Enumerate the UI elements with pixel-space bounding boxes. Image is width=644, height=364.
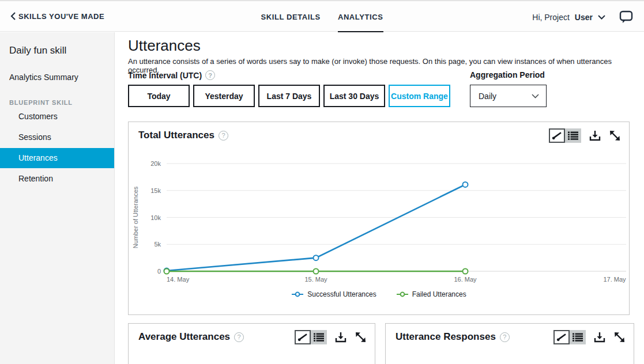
utterance-responses-toolbar: [553, 330, 626, 344]
total-utterances-title: Total Utterances: [138, 130, 214, 141]
chevron-left-icon: [10, 12, 16, 20]
svg-text:14. May: 14. May: [167, 276, 190, 283]
back-link-label: SKILLS YOU'VE MADE: [18, 12, 104, 21]
back-to-skills-link[interactable]: SKILLS YOU'VE MADE: [10, 12, 104, 21]
user-menu-chevron-down-icon[interactable]: [598, 15, 605, 20]
aggregation-period-select[interactable]: Daily: [470, 85, 547, 107]
sidebar-item-customers[interactable]: Customers: [0, 107, 114, 127]
time-interval-yesterday-button[interactable]: Yesterday: [193, 85, 255, 107]
table-icon: [568, 131, 578, 140]
time-interval-last7-button[interactable]: Last 7 Days: [258, 85, 320, 107]
total-utterances-help-icon[interactable]: ?: [219, 131, 228, 141]
download-icon: [335, 332, 347, 343]
download-button[interactable]: [335, 332, 347, 343]
table-icon: [573, 333, 583, 342]
expand-button[interactable]: [355, 331, 367, 343]
legend-item[interactable]: Successful Utterances: [291, 290, 376, 298]
aggregation-period-value: Daily: [479, 92, 496, 101]
legend-item[interactable]: Failed Utterances: [396, 290, 466, 298]
line-chart-icon: [556, 333, 567, 342]
sidebar-item-retention[interactable]: Retention: [0, 169, 114, 189]
average-utterances-toolbar: [295, 330, 367, 344]
expand-diagonal-arrow-icon: [613, 331, 626, 343]
line-chart-icon: [552, 131, 562, 140]
svg-text:16. May: 16. May: [454, 276, 477, 283]
line-chart-view-button[interactable]: [549, 128, 565, 143]
time-interval-today-button[interactable]: Today: [128, 85, 190, 107]
utterance-responses-help-icon[interactable]: ?: [500, 332, 510, 342]
download-button[interactable]: [594, 332, 605, 343]
time-interval-buttons: Today Yesterday Last 7 Days Last 30 Days…: [128, 85, 450, 107]
average-utterances-title: Average Utterances: [138, 331, 230, 343]
svg-text:15k: 15k: [150, 187, 161, 194]
legend-marker-icon: [396, 291, 409, 297]
user-area: Hi, Project User: [532, 1, 634, 33]
sidebar-item-sessions[interactable]: Sessions: [0, 127, 114, 147]
sidebar-item-utterances[interactable]: Utterances: [0, 148, 114, 168]
page-title: Utterances: [128, 37, 201, 55]
time-interval-help-icon[interactable]: ?: [205, 70, 215, 80]
main-content: Utterances An utterance consists of a se…: [115, 32, 644, 364]
svg-text:5k: 5k: [154, 241, 161, 248]
legend-label: Failed Utterances: [412, 290, 466, 298]
time-interval-custom-range-button[interactable]: Custom Range: [389, 85, 450, 107]
chart-legend: Successful UtterancesFailed Utterances: [129, 290, 629, 298]
chart-table-toggle: [553, 330, 586, 344]
user-greeting: Hi, Project: [532, 13, 570, 22]
svg-text:0: 0: [157, 268, 161, 275]
sidebar: Daily fun skill Analytics Summary BLUEPR…: [0, 32, 115, 364]
select-chevron-down-icon: [532, 94, 539, 98]
table-icon: [314, 333, 324, 342]
expand-button[interactable]: [613, 331, 626, 343]
utterance-responses-card: Utterance Responses ?: [385, 323, 634, 364]
sidebar-item-analytics-summary[interactable]: Analytics Summary: [0, 56, 114, 82]
legend-marker-icon: [291, 291, 304, 297]
table-view-button[interactable]: [570, 330, 586, 344]
download-icon: [594, 332, 605, 343]
line-chart-icon: [297, 333, 308, 342]
feedback-chat-icon[interactable]: [619, 10, 634, 24]
total-utterances-toolbar: [549, 128, 621, 143]
top-bar: SKILLS YOU'VE MADE SKILL DETAILS ANALYTI…: [0, 0, 644, 32]
time-interval-label-row: Time Interval (UTC) ?: [128, 70, 215, 80]
line-chart-view-button[interactable]: [295, 330, 311, 344]
chart-table-toggle: [295, 330, 327, 344]
expand-diagonal-arrow-icon: [609, 130, 621, 142]
total-utterances-card-header: Total Utterances ?: [138, 130, 228, 141]
table-view-button[interactable]: [565, 128, 581, 143]
tab-skill-details[interactable]: SKILL DETAILS: [261, 1, 321, 33]
utterance-responses-card-header: Utterance Responses ?: [396, 331, 510, 343]
line-chart-view-button[interactable]: [553, 330, 570, 344]
svg-text:15. May: 15. May: [304, 276, 327, 283]
average-utterances-card-header: Average Utterances ?: [138, 331, 244, 343]
expand-diagonal-arrow-icon: [355, 331, 367, 343]
svg-text:17. May: 17. May: [603, 276, 626, 283]
total-utterances-card: Total Utterances ?: [128, 122, 630, 315]
legend-label: Successful Utterances: [307, 290, 376, 298]
chart-table-toggle: [549, 128, 581, 143]
utterance-responses-title: Utterance Responses: [396, 331, 496, 343]
user-name: User: [575, 13, 593, 22]
total-utterances-chart[interactable]: 05k10k15k20k14. May15. May16. May17. May…: [129, 149, 629, 289]
expand-button[interactable]: [609, 130, 621, 142]
average-utterances-help-icon[interactable]: ?: [234, 332, 244, 342]
svg-text:10k: 10k: [150, 214, 161, 221]
svg-text:20k: 20k: [150, 160, 161, 167]
time-interval-label: Time Interval (UTC): [128, 71, 202, 80]
time-interval-last30-button[interactable]: Last 30 Days: [323, 85, 385, 107]
average-utterances-card: Average Utterances ?: [128, 323, 375, 364]
tab-analytics[interactable]: ANALYTICS: [338, 1, 383, 33]
top-tabs: SKILL DETAILS ANALYTICS: [261, 1, 383, 33]
line-chart-canvas[interactable]: 05k10k15k20k14. May15. May16. May17. May…: [129, 149, 629, 287]
sidebar-section-header: BLUEPRINT SKILL: [0, 82, 114, 106]
download-button[interactable]: [589, 130, 601, 141]
sidebar-skill-name: Daily fun skill: [0, 32, 114, 56]
aggregation-period-label: Aggregation Period: [470, 70, 545, 79]
table-view-button[interactable]: [311, 330, 327, 344]
download-icon: [589, 130, 601, 141]
svg-text:Number of Utterances: Number of Utterances: [132, 186, 139, 248]
